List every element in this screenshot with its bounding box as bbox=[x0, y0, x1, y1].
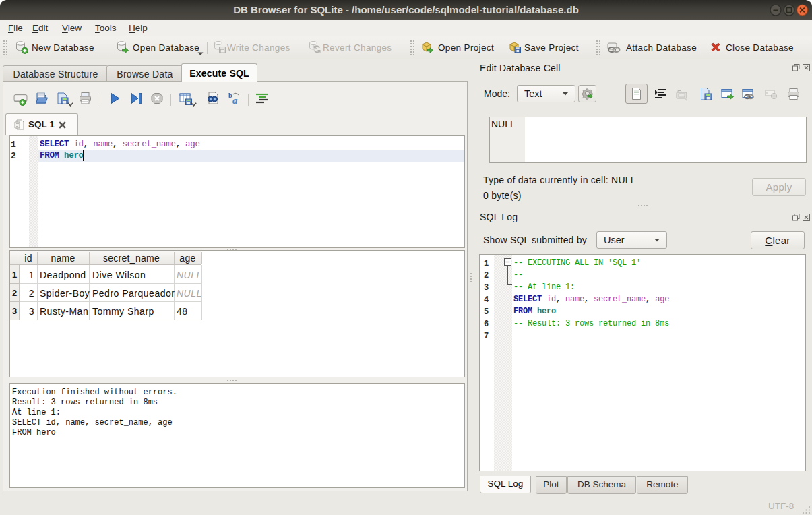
svg-text:a: a bbox=[232, 95, 238, 106]
